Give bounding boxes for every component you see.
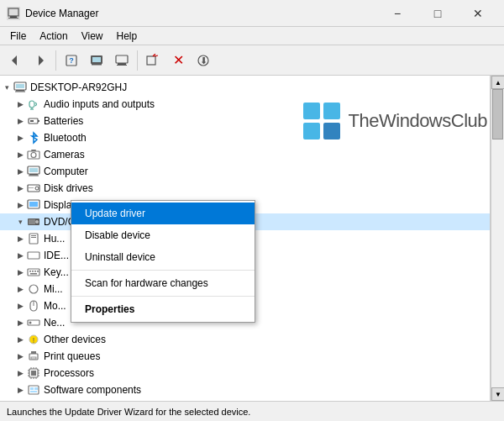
svg-rect-49 xyxy=(32,271,34,272)
main-area: ▾ DESKTOP-AR92GHJ ▶ xyxy=(0,76,504,401)
svg-rect-45 xyxy=(31,237,36,238)
tree-root[interactable]: ▾ DESKTOP-AR92GHJ xyxy=(0,79,490,96)
tree-label: Ne... xyxy=(44,317,65,329)
svg-rect-87 xyxy=(303,103,320,119)
svg-rect-32 xyxy=(29,168,38,172)
toolbar-remove[interactable]: ✕ xyxy=(166,49,190,72)
tree-item-print[interactable]: ▶ Print queues xyxy=(0,348,490,365)
svg-rect-13 xyxy=(147,56,155,65)
toolbar-monitor[interactable] xyxy=(110,49,134,72)
root-arrow: ▾ xyxy=(0,81,13,94)
tree-item-disk[interactable]: ▶ Disk drives xyxy=(0,180,490,197)
audio-icon xyxy=(27,97,40,111)
svg-rect-2 xyxy=(8,18,18,18)
keyboard-icon xyxy=(27,266,40,279)
context-menu-properties[interactable]: Properties xyxy=(71,298,255,320)
svg-rect-12 xyxy=(117,65,127,66)
minimize-button[interactable]: − xyxy=(378,0,417,27)
svg-rect-34 xyxy=(29,176,39,176)
window-controls: − □ ✕ xyxy=(378,0,497,27)
context-menu-disable[interactable]: Disable device xyxy=(71,224,255,246)
status-text: Launches the Update Driver Wizard for th… xyxy=(7,407,250,417)
scroll-up-btn[interactable]: ▲ xyxy=(491,76,504,89)
menu-file[interactable]: File xyxy=(3,29,33,44)
arrow: ▶ xyxy=(13,282,27,296)
ide-icon xyxy=(27,249,40,262)
svg-marker-3 xyxy=(12,55,17,66)
processor-icon xyxy=(27,366,40,380)
root-label: DESKTOP-AR92GHJ xyxy=(30,82,127,93)
scrollbar-track[interactable] xyxy=(491,89,504,387)
svg-rect-11 xyxy=(118,63,126,65)
tree-item-software-devices[interactable]: ▶ Software devices xyxy=(0,398,490,401)
svg-rect-79 xyxy=(34,387,38,390)
svg-rect-46 xyxy=(28,252,39,259)
watermark-text: TheWindowsClub xyxy=(349,110,487,132)
svg-rect-89 xyxy=(303,123,320,139)
svg-rect-39 xyxy=(29,202,38,207)
tree-item-other[interactable]: ▶ ! Other devices xyxy=(0,331,490,348)
svg-rect-50 xyxy=(34,271,36,272)
svg-rect-0 xyxy=(8,8,18,16)
scroll-down-btn[interactable]: ▼ xyxy=(491,387,504,401)
arrow: ▶ xyxy=(13,198,27,212)
maximize-button[interactable]: □ xyxy=(418,0,457,27)
close-button[interactable]: ✕ xyxy=(459,0,497,27)
tree-label: Hu... xyxy=(44,233,65,245)
window-title: Device Manager xyxy=(25,8,378,19)
tree-label: Processors xyxy=(44,367,94,379)
tree-item-cameras[interactable]: ▶ Cameras xyxy=(0,146,490,163)
toolbar-forward[interactable] xyxy=(29,49,52,72)
tree-item-computer[interactable]: ▶ Computer xyxy=(0,163,490,180)
context-menu-update-driver[interactable]: Update driver xyxy=(71,203,255,224)
tree-item-processors[interactable]: ▶ Proces xyxy=(0,365,490,382)
svg-text:?: ? xyxy=(69,56,74,65)
svg-marker-4 xyxy=(39,55,44,66)
arrow: ▶ xyxy=(13,299,27,313)
scrollbar-thumb[interactable] xyxy=(492,89,503,139)
menu-action[interactable]: Action xyxy=(33,29,74,44)
toolbar-properties[interactable]: ? xyxy=(60,49,83,72)
svg-text:⬇: ⬇ xyxy=(200,55,207,66)
context-menu-uninstall[interactable]: Uninstall device xyxy=(71,246,255,268)
context-menu-scan[interactable]: Scan for hardware changes xyxy=(71,272,255,294)
disk-icon xyxy=(27,182,40,195)
svg-rect-21 xyxy=(15,92,25,92)
tree-label: Bluetooth xyxy=(44,132,87,144)
toolbar-back[interactable] xyxy=(3,49,27,72)
scrollbar[interactable]: ▲ ▼ xyxy=(491,76,504,401)
tree-label: Audio inputs and outputs xyxy=(44,98,155,110)
menu-bar: File Action View Help xyxy=(0,27,504,45)
tree-label: Key... xyxy=(44,266,69,278)
watermark-logo xyxy=(302,101,342,141)
menu-view[interactable]: View xyxy=(75,29,110,44)
hu-icon xyxy=(27,232,40,245)
mi-icon xyxy=(27,282,40,296)
tree-label: Software components xyxy=(44,384,141,396)
svg-point-57 xyxy=(29,322,32,324)
arrow: ▶ xyxy=(13,232,27,245)
tree-label: Disk drives xyxy=(44,182,93,194)
svg-rect-26 xyxy=(38,120,39,122)
svg-rect-64 xyxy=(31,371,36,376)
menu-help[interactable]: Help xyxy=(110,29,144,44)
toolbar-scan[interactable] xyxy=(141,49,165,72)
svg-rect-10 xyxy=(116,55,128,63)
tree-label: Mo... xyxy=(44,300,66,312)
arrow: ▶ xyxy=(13,266,27,279)
svg-rect-22 xyxy=(29,101,34,108)
arrow: ▶ xyxy=(13,249,27,262)
title-bar: Device Manager − □ ✕ xyxy=(0,0,504,27)
arrow: ▶ xyxy=(13,148,27,161)
software-comp-icon xyxy=(27,383,40,397)
svg-rect-30 xyxy=(31,150,36,151)
other-icon: ! xyxy=(27,333,40,346)
arrow: ▶ xyxy=(13,383,27,397)
svg-rect-90 xyxy=(323,123,340,139)
svg-rect-48 xyxy=(29,271,31,272)
toolbar-add[interactable]: ⬇ xyxy=(192,49,215,72)
computer-icon xyxy=(27,165,40,178)
toolbar-update-driver[interactable] xyxy=(85,49,108,72)
arrow: ▾ xyxy=(13,215,27,229)
tree-item-software-components[interactable]: ▶ Software components xyxy=(0,382,490,398)
